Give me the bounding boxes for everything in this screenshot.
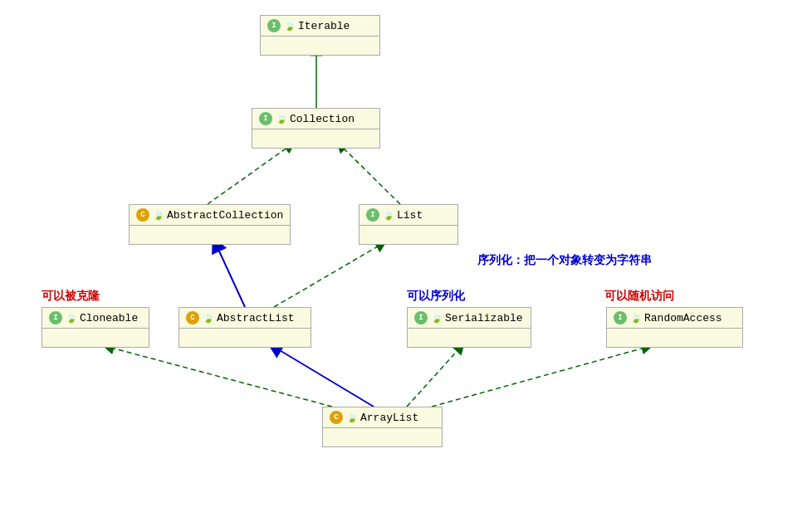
- box-abstractcollection-header: C 🍃 AbstractCollection: [130, 205, 290, 226]
- icon-list: 🍃: [383, 210, 394, 221]
- badge-abstractlist: C: [186, 311, 199, 324]
- box-list: I 🍃 List: [359, 204, 458, 245]
- box-arraylist-body: [323, 428, 442, 446]
- badge-abstractcollection: C: [136, 208, 149, 222]
- svg-line-4: [208, 145, 291, 204]
- box-cloneable-header: I 🍃 Cloneable: [42, 308, 149, 329]
- icon-randomaccess: 🍃: [630, 313, 642, 324]
- svg-line-7: [274, 244, 382, 307]
- svg-line-9: [108, 347, 332, 407]
- box-arraylist: C 🍃 ArrayList: [322, 407, 443, 447]
- box-serializable: I 🍃 Serializable: [407, 307, 531, 348]
- box-collection-body: [252, 129, 379, 148]
- icon-serializable: 🍃: [431, 313, 443, 324]
- badge-serializable: I: [414, 311, 428, 324]
- label-list: List: [397, 209, 423, 222]
- label-serializable: Serializable: [445, 312, 523, 324]
- svg-line-10: [407, 347, 461, 407]
- badge-list: I: [366, 208, 379, 222]
- label-abstractlist: AbstractList: [217, 312, 295, 324]
- icon-arraylist: 🍃: [346, 412, 358, 423]
- box-collection-header: I 🍃 Collection: [252, 109, 379, 129]
- box-collection: I 🍃 Collection: [252, 108, 380, 149]
- label-randomaccess: RandomAccess: [644, 312, 722, 324]
- icon-abstractlist: 🍃: [203, 313, 214, 324]
- box-iterable: I 🍃 Iterable: [260, 15, 380, 56]
- label-abstractcollection: AbstractCollection: [167, 209, 283, 222]
- box-list-header: I 🍃 List: [360, 205, 457, 226]
- annotation-randomaccess: 可以随机访问: [604, 289, 674, 304]
- box-randomaccess-body: [607, 329, 742, 347]
- badge-iterable: I: [267, 19, 281, 32]
- icon-cloneable: 🍃: [66, 313, 77, 324]
- box-iterable-body: [261, 37, 379, 55]
- badge-arraylist: C: [330, 411, 343, 424]
- box-abstractlist-header: C 🍃 AbstractList: [179, 308, 311, 329]
- icon-iterable: 🍃: [284, 21, 296, 32]
- box-abstractcollection: C 🍃 AbstractCollection: [129, 204, 291, 245]
- icon-abstractcollection: 🍃: [153, 210, 164, 221]
- annotation-cloneable: 可以被克隆: [42, 289, 100, 304]
- badge-cloneable: I: [49, 311, 62, 324]
- label-collection: Collection: [290, 113, 355, 125]
- box-abstractlist: C 🍃 AbstractList: [179, 307, 311, 348]
- box-randomaccess-header: I 🍃 RandomAccess: [607, 308, 742, 329]
- svg-line-5: [340, 145, 400, 204]
- box-iterable-header: I 🍃 Iterable: [261, 16, 379, 37]
- label-cloneable: Cloneable: [80, 312, 138, 324]
- label-arraylist: ArrayList: [360, 412, 418, 424]
- box-cloneable-body: [42, 329, 149, 347]
- label-iterable: Iterable: [298, 20, 350, 32]
- box-arraylist-header: C 🍃 ArrayList: [323, 407, 442, 428]
- badge-collection: I: [259, 112, 272, 125]
- svg-line-6: [216, 244, 245, 307]
- box-serializable-body: [408, 329, 531, 347]
- box-cloneable: I 🍃 Cloneable: [42, 307, 149, 348]
- box-serializable-header: I 🍃 Serializable: [408, 308, 531, 329]
- svg-line-8: [274, 347, 374, 407]
- badge-randomaccess: I: [614, 311, 627, 324]
- box-abstractcollection-body: [130, 226, 290, 244]
- diagram-container: I 🍃 Iterable I 🍃 Collection C 🍃 Abstract…: [0, 0, 812, 512]
- annotation-serialization-desc: 序列化：把一个对象转变为字符串: [477, 253, 652, 268]
- box-list-body: [360, 226, 457, 244]
- icon-collection: 🍃: [276, 114, 287, 124]
- svg-line-11: [432, 347, 648, 407]
- box-abstractlist-body: [179, 329, 311, 347]
- annotation-serializable: 可以序列化: [407, 289, 465, 304]
- box-randomaccess: I 🍃 RandomAccess: [606, 307, 743, 348]
